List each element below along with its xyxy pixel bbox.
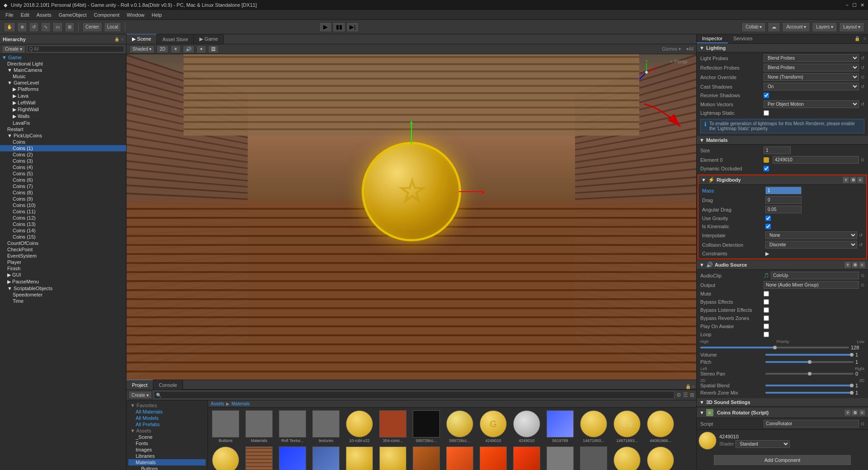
tree-pickupcoins[interactable]: ▼ PickUpCoins xyxy=(0,132,126,139)
lights-btn[interactable]: ☀ xyxy=(170,45,181,53)
asset-4249010-2[interactable]: 4249010 xyxy=(511,409,542,444)
transform-tool[interactable]: ⊞ xyxy=(65,22,75,32)
tree-coins-8[interactable]: Coins (8) xyxy=(0,189,126,196)
tree-speedometer[interactable]: Speedometer xyxy=(0,291,126,298)
pause-button[interactable]: ▮▮ xyxy=(333,22,345,32)
add-component-button[interactable]: Add Component xyxy=(714,455,851,465)
asset-depositpho-2[interactable]: depositpho... xyxy=(444,446,476,470)
project-icon-3[interactable]: ⊞ xyxy=(690,392,694,398)
project-create-btn[interactable]: Create ▾ xyxy=(128,391,152,399)
tree-music[interactable]: Music xyxy=(0,73,126,80)
asset-14671893-2[interactable]: ☆☆ 14671893... xyxy=(611,409,643,444)
tab-scene[interactable]: ▶ Scene xyxy=(127,34,157,44)
all-models[interactable]: All Models xyxy=(128,415,206,421)
asset-bricks013[interactable]: bricks_013 xyxy=(310,446,342,470)
tab-asset-store[interactable]: Asset Store xyxy=(157,34,194,44)
rect-tool[interactable]: ▭ xyxy=(52,22,63,32)
cast-shadows-dropdown[interactable]: On xyxy=(764,83,859,90)
tab-project[interactable]: Project xyxy=(127,380,153,390)
center-button[interactable]: Center xyxy=(82,22,102,32)
spatial-blend-track[interactable] xyxy=(765,385,854,386)
step-button[interactable]: ▶| xyxy=(346,22,359,32)
tree-scriptableobjects[interactable]: ▼ ScriptableObjects xyxy=(0,285,126,291)
collision-detection-dropdown[interactable]: Discrete xyxy=(765,241,857,249)
images-folder[interactable]: Images xyxy=(128,446,206,453)
inspector-options-icon[interactable]: ≡ xyxy=(862,34,868,43)
rigidbody-doc-icon[interactable]: ? xyxy=(843,177,849,183)
hierarchy-search[interactable] xyxy=(27,46,124,52)
inspector-tab-services[interactable]: Services xyxy=(728,34,758,43)
priority-thumb[interactable] xyxy=(773,346,777,349)
tree-checkpoint[interactable]: CheckPoint xyxy=(0,246,126,253)
interpolate-dropdown[interactable]: None xyxy=(765,231,857,239)
reverb-thumb[interactable] xyxy=(850,391,854,395)
asset-depositpho-3[interactable]: depositpho... xyxy=(477,446,509,470)
cast-shadows-reset[interactable]: ↺ xyxy=(861,84,864,89)
restore-btn[interactable]: ☐ xyxy=(852,2,857,8)
asset-354comi[interactable]: 354-comi... xyxy=(377,409,409,444)
hierarchy-create-btn[interactable]: Create ▾ xyxy=(2,45,25,53)
2d-btn[interactable]: 2D xyxy=(156,45,169,53)
tree-restart[interactable]: Restart xyxy=(0,126,126,132)
tree-coins-2[interactable]: Coins (2) xyxy=(0,151,126,158)
interpolate-reset[interactable]: ↺ xyxy=(859,233,863,238)
asset-4249010-1[interactable]: G 4249010 xyxy=(477,409,509,444)
rigidbody-header[interactable]: ▼ ⚡ Rigidbody ? ⚙ ≡ xyxy=(698,175,866,185)
cloud-button[interactable]: ☁ xyxy=(768,22,780,32)
reflection-probes-reset[interactable]: ↺ xyxy=(861,65,864,70)
layout-button[interactable]: Layout ▾ xyxy=(839,22,864,32)
tab-game[interactable]: ▶ Game xyxy=(194,34,224,44)
dynamic-occluded-checkbox[interactable] xyxy=(764,166,769,171)
sound-settings-header[interactable]: ▼ 3D Sound Settings xyxy=(697,398,868,407)
reflection-probes-dropdown[interactable]: Blend Probes xyxy=(764,64,859,71)
priority-track[interactable] xyxy=(700,347,849,348)
tree-coins-14[interactable]: Coins (14) xyxy=(0,227,126,234)
angular-drag-input[interactable] xyxy=(765,206,802,213)
output-pick[interactable]: ⊙ xyxy=(861,282,864,287)
all-materials[interactable]: All Materials xyxy=(128,409,206,415)
reverb-track[interactable] xyxy=(765,392,854,394)
anchor-override-dropdown[interactable]: None (Transform) xyxy=(764,73,859,81)
spatial-blend-thumb[interactable] xyxy=(850,384,854,387)
tree-rightwall[interactable]: ▶ RightWall xyxy=(0,106,126,113)
asset-bricks01-1[interactable]: bricks_01 xyxy=(243,446,275,470)
hierarchy-options[interactable]: ≡ xyxy=(121,37,123,42)
tree-platforms[interactable]: ▶ Platforms xyxy=(0,86,126,93)
tree-coins-4[interactable]: Coins (4) xyxy=(0,164,126,170)
project-icon-2[interactable]: ☰ xyxy=(683,392,688,398)
breadcrumb-assets[interactable]: Assets xyxy=(211,401,224,406)
tree-coins-9[interactable]: Coins (9) xyxy=(0,196,126,202)
asset-589728cc-1[interactable]: 589728cc... xyxy=(410,409,442,444)
audio-menu-icon[interactable]: ≡ xyxy=(859,262,865,268)
use-gravity-checkbox[interactable] xyxy=(765,216,771,221)
constraints-arrow[interactable]: ▶ xyxy=(765,251,769,257)
asset-depositpho-4[interactable]: depositpho... xyxy=(511,446,542,470)
tree-coins-6[interactable]: Coins (6) xyxy=(0,177,126,183)
close-btn[interactable]: ✕ xyxy=(860,2,864,8)
shaded-btn[interactable]: Shaded ▾ xyxy=(129,45,155,53)
collab-button[interactable]: Collab ▾ xyxy=(741,22,766,32)
loop-checkbox[interactable] xyxy=(764,332,769,337)
project-lock-icon[interactable]: 🔒 xyxy=(685,384,691,389)
tree-gui[interactable]: ▶ GUI xyxy=(0,272,126,278)
tree-eventsystem[interactable]: EventSystem xyxy=(0,253,126,259)
lightmap-static-checkbox[interactable] xyxy=(764,110,769,116)
receive-shadows-checkbox[interactable] xyxy=(764,93,769,98)
project-options-icon[interactable]: ≡ xyxy=(692,384,694,389)
menu-file[interactable]: File xyxy=(2,11,17,19)
tree-coins-12[interactable]: Coins (12) xyxy=(0,215,126,221)
asset-14671893-1[interactable]: 14671893... xyxy=(578,409,609,444)
asset-materials[interactable]: Materials xyxy=(243,409,275,444)
materials-folder[interactable]: Materials xyxy=(128,459,206,465)
account-button[interactable]: Account ▾ xyxy=(782,22,810,32)
shader-dropdown[interactable]: Standard xyxy=(736,440,790,448)
tree-lava[interactable]: ▶ Lava xyxy=(0,93,126,99)
tree-lavafix[interactable]: LavaFix xyxy=(0,120,126,126)
minimize-btn[interactable]: − xyxy=(846,2,849,8)
tree-coins-15[interactable]: Coins (15) xyxy=(0,234,126,240)
play-button[interactable]: ▶ xyxy=(319,22,332,32)
tree-main-camera[interactable]: ▼ MainCamera xyxy=(0,67,126,73)
scene-view[interactable]: ☆ ▲ ▶ < Persp Y X xyxy=(127,54,696,380)
asset-bricks01-2[interactable]: bricks_01 xyxy=(277,446,308,470)
hand-tool[interactable]: ✋ xyxy=(4,22,15,32)
